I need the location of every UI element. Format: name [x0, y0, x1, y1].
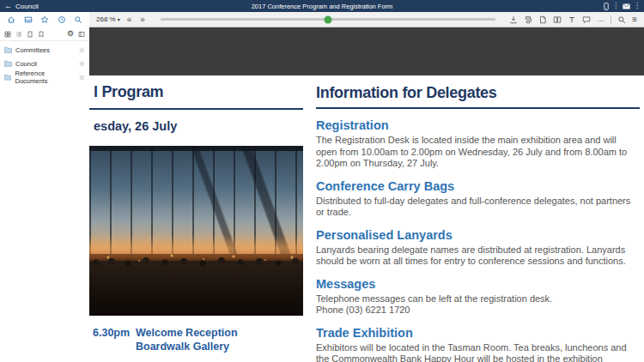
- favorite-star-icon[interactable]: ☆: [79, 74, 85, 81]
- section-trade-exhibition: Trade Exhibition Exhibitors will be loca…: [316, 326, 640, 362]
- conference-photo: [89, 146, 303, 316]
- next-page-button[interactable]: »: [138, 15, 147, 24]
- document-title: 2017 Conference Program and Registration…: [252, 3, 393, 10]
- previous-page-button[interactable]: «: [125, 15, 134, 24]
- section-conference-carry-bags: Conference Carry Bags Distributed to ful…: [316, 179, 640, 219]
- photo-lights: [89, 146, 303, 316]
- section-title: Personalised Lanyards: [316, 228, 640, 242]
- section-personalised-lanyards: Personalised Lanyards Lanyards bearing d…: [316, 228, 640, 268]
- folder-icon: [4, 60, 12, 67]
- slider-thumb[interactable]: [324, 15, 331, 23]
- inbox-icon[interactable]: [24, 15, 33, 24]
- favorite-star-icon[interactable]: ☆: [79, 60, 85, 68]
- document-left-column: l Program esday, 26 July 6.30pm Welcome …: [89, 75, 304, 362]
- document-page: l Program esday, 26 July 6.30pm Welcome …: [89, 75, 644, 362]
- zoom-control[interactable]: 268 % ▾: [96, 15, 120, 23]
- app-window: ← Council 2017 Conference Program and Re…: [0, 0, 644, 362]
- topbar-actions: ⋮ ⋮: [604, 3, 644, 10]
- print-icon[interactable]: [524, 15, 532, 24]
- section-body: Exhibitors will be located in the Tasman…: [316, 342, 640, 362]
- outline-view-icon[interactable]: [15, 31, 22, 38]
- section-messages: Messages Telephone messages can be left …: [316, 277, 640, 317]
- favorites-star-icon[interactable]: [40, 15, 49, 24]
- mail-icon[interactable]: [623, 3, 630, 9]
- event-venue: Boardwalk Gallery: [136, 341, 229, 353]
- heading-rule: [316, 107, 640, 109]
- two-page-view-icon[interactable]: [553, 15, 562, 24]
- sidebar-toolbar: ⚙: [0, 27, 89, 41]
- thumbnails-view-icon[interactable]: [4, 31, 11, 38]
- section-title: Trade Exhibition: [316, 326, 640, 340]
- back-label: Council: [15, 3, 39, 10]
- section-body: The Registration Desk is located inside …: [316, 135, 640, 170]
- sidebar-item-label: Committees: [15, 46, 50, 54]
- download-icon[interactable]: [509, 15, 518, 24]
- zoom-value: 268 %: [96, 15, 116, 23]
- event-time: 6.30pm: [93, 327, 130, 339]
- section-body: Lanyards bearing delegate names are dist…: [316, 244, 640, 268]
- settings-gear-icon[interactable]: ⚙: [67, 30, 74, 38]
- toolbar-row: 268 % ▾ « »: [0, 12, 644, 27]
- scroll-slider[interactable]: [161, 18, 495, 21]
- find-in-document-icon[interactable]: [617, 15, 626, 24]
- app-nav-strip: [0, 12, 89, 27]
- more-options-icon[interactable]: …: [597, 15, 605, 23]
- sidebar-toggle-icon[interactable]: [78, 31, 85, 38]
- section-title: Messages: [316, 277, 640, 291]
- document-right-column: Information for Delegates Registration T…: [316, 75, 640, 362]
- section-body-phone: Phone (03) 6221 1720: [316, 305, 640, 317]
- program-day-heading: esday, 26 July: [94, 119, 177, 133]
- document-canvas[interactable]: l Program esday, 26 July 6.30pm Welcome …: [89, 27, 644, 362]
- text-tool-icon[interactable]: [568, 15, 576, 24]
- left-column-heading: l Program: [94, 83, 163, 101]
- sidebar: ⚙ Committees ☆ Council ☆ Ref: [0, 27, 89, 362]
- bookmarks-icon[interactable]: [38, 31, 45, 38]
- folder-icon: [4, 74, 11, 81]
- back-navigation[interactable]: ← Council: [0, 3, 39, 10]
- comment-icon[interactable]: [582, 15, 591, 24]
- kebab-menu-icon-2[interactable]: ⋮: [634, 3, 641, 9]
- kebab-menu-icon[interactable]: ⋮: [612, 3, 619, 9]
- mobile-icon[interactable]: [604, 3, 609, 10]
- sidebar-list: Committees ☆ Council ☆ Reference Documen…: [0, 41, 89, 84]
- single-page-view-icon[interactable]: [538, 15, 547, 24]
- sidebar-item-label: Reference Documents: [15, 69, 75, 85]
- page-view-icon[interactable]: [27, 31, 33, 38]
- section-body: Telephone messages can be left at the re…: [316, 293, 640, 305]
- chevron-down-icon: ▾: [118, 17, 120, 22]
- heading-rule: [89, 108, 303, 110]
- viewer-toolbar: 268 % ▾ « »: [89, 12, 644, 27]
- viewer-tools: … ≡: [509, 15, 637, 24]
- folder-icon: [4, 46, 12, 53]
- main-area: ⚙ Committees ☆ Council ☆ Ref: [0, 27, 644, 362]
- top-bar: ← Council 2017 Conference Program and Re…: [0, 0, 644, 12]
- sidebar-item-label: Council: [15, 60, 37, 68]
- sidebar-item-council[interactable]: Council ☆: [0, 57, 89, 70]
- recent-clock-icon[interactable]: [58, 15, 66, 24]
- favorite-star-icon[interactable]: ☆: [79, 46, 85, 54]
- back-arrow-icon[interactable]: ←: [4, 3, 12, 10]
- toolbar-divider: [611, 15, 611, 24]
- sidebar-item-committees[interactable]: Committees ☆: [0, 43, 89, 57]
- section-registration: Registration The Registration Desk is lo…: [316, 118, 640, 170]
- sidebar-item-reference-documents[interactable]: Reference Documents ☆: [0, 70, 89, 84]
- search-icon[interactable]: [74, 15, 82, 24]
- right-column-heading: Information for Delegates: [316, 84, 640, 102]
- event-title: Welcome Reception: [136, 327, 238, 339]
- section-title: Conference Carry Bags: [316, 179, 640, 193]
- section-title: Registration: [316, 118, 640, 132]
- home-icon[interactable]: [7, 15, 15, 24]
- section-body: Distributed to full-day delegates and fu…: [316, 196, 640, 219]
- menu-icon[interactable]: ≡: [632, 15, 637, 24]
